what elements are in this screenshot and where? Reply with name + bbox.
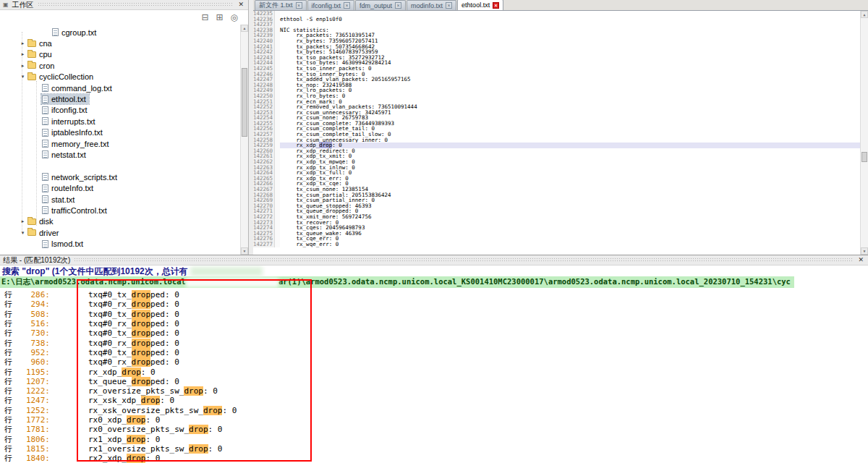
tree-file-netstat-txt[interactable]: netstat.txt: [0, 149, 240, 160]
editor-line[interactable]: 142275 tx_queue_wake: 46396: [253, 231, 860, 237]
result-row[interactable]: 行1781:rx0_oversize_pkts_sw_drop: 0: [0, 425, 868, 434]
tree-file-memory_free-txt[interactable]: memory_free.txt: [0, 138, 240, 149]
chevron-right-icon[interactable]: ▸: [19, 218, 27, 224]
tree-folder-driver[interactable]: ▾driver: [0, 227, 240, 238]
tree-item[interactable]: cpu: [27, 49, 55, 59]
editor-scrollbar[interactable]: ▲ ▼: [860, 11, 868, 255]
tree-folder-cycliccollection[interactable]: ▾cyclicCollection: [0, 72, 240, 82]
tree-item[interactable]: routeInfo.txt: [41, 183, 96, 193]
editor-line[interactable]: 142277 rx_wqe_err: 0: [253, 242, 860, 247]
result-row[interactable]: 行738:txq#0_rx_dropped: 0: [0, 338, 868, 347]
workspace-drag-handle[interactable]: [38, 2, 234, 7]
tab-fdm_output[interactable]: fdm_output×: [355, 0, 406, 10]
result-row[interactable]: 行1247:rx_xsk_xdp_drop: 0: [0, 396, 868, 405]
chevron-down-icon[interactable]: ▾: [19, 74, 27, 80]
result-row[interactable]: 行294:txq#0_rx_dropped: 0: [0, 300, 868, 309]
results-drag-handle[interactable]: [74, 258, 853, 263]
tree-file-lsmod-txt[interactable]: lsmod.txt: [0, 238, 240, 249]
tab-close-icon[interactable]: ×: [493, 2, 499, 9]
tree-folder-cpu[interactable]: ▸cpu: [0, 49, 240, 60]
tree-file-command_log-txt[interactable]: command_log.txt: [0, 82, 240, 93]
tree-item[interactable]: driver: [27, 228, 62, 238]
expand-all-icon[interactable]: ⊞: [216, 13, 223, 22]
result-row[interactable]: 行1252:rx_xsk_oversize_pkts_sw_drop: 0: [0, 406, 868, 415]
result-row[interactable]: 行1222:rx_oversize_pkts_sw_drop: 0: [0, 386, 868, 396]
tree-file-cgroup-txt[interactable]: cgroup.txt: [0, 27, 240, 38]
result-row[interactable]: 行1195:rx_xdp_drop: 0: [0, 367, 868, 376]
tree-item[interactable]: netstat.txt: [41, 150, 89, 160]
scroll-down-icon[interactable]: ▼: [241, 247, 248, 255]
tree-item[interactable]: lsmod.txt: [41, 239, 86, 249]
editor-line[interactable]: 142250 rx_lro_bytes: 0: [253, 93, 860, 99]
tree-folder-disk[interactable]: ▸disk: [0, 216, 240, 227]
tree-folder-cron[interactable]: ▸cron: [0, 60, 240, 71]
tree-item[interactable]: cgroup.txt: [51, 27, 99, 38]
tree-item[interactable]: ifconfig.txt: [41, 105, 90, 115]
chevron-right-icon[interactable]: ▸: [19, 51, 27, 57]
tree-file-stat-txt[interactable]: stat.txt: [0, 194, 240, 205]
tab-ifconfig-txt[interactable]: ifconfig.txt×: [307, 0, 355, 10]
tree-item[interactable]: cna: [27, 38, 55, 48]
result-row[interactable]: 行952:txq#0_tx_dropped: 0: [0, 348, 868, 357]
results-close-button[interactable]: ✕: [856, 257, 865, 263]
tree-file-ifconfig-txt[interactable]: ifconfig.txt: [0, 105, 240, 116]
result-file-path-row[interactable]: E:\日志\armod0523.odata.ncmp.unicom.locala…: [0, 276, 868, 288]
tree-file-network_scripts-txt[interactable]: network_scripts.txt: [0, 171, 240, 182]
tree-file-ethtool-txt[interactable]: ethtool.txt: [0, 93, 240, 104]
result-row[interactable]: 行1815:rx1_oversize_pkts_sw_drop: 0: [0, 444, 868, 454]
result-row[interactable]: 行1840:rx2_xdp_drop: 0: [0, 454, 868, 463]
editor-line[interactable]: 142258 rx_csum_unnecessary_inner: 0: [253, 137, 860, 143]
chevron-right-icon[interactable]: ▸: [19, 63, 27, 69]
result-row[interactable]: 行516:txq#0_rx_dropped: 0: [0, 319, 868, 328]
result-row[interactable]: 行508:txq#0_tx_dropped: 0: [0, 310, 868, 319]
result-file-path[interactable]: E:\日志\armod0523.odata.ncmp.unicom.locala…: [0, 276, 794, 288]
editor[interactable]: 142235142236ethtool -S enp1s0f0142237142…: [253, 11, 868, 255]
tree-file-interrupts-txt[interactable]: interrupts.txt: [0, 116, 240, 127]
editor-code[interactable]: 142235142236ethtool -S enp1s0f0142237142…: [253, 11, 860, 255]
tree-item[interactable]: network_scripts.txt: [41, 172, 120, 182]
search-summary[interactable]: 搜索 "drop" (1个文件中匹配到10192次，总计有: [0, 266, 868, 276]
tree-item[interactable]: interrupts.txt: [41, 116, 98, 127]
result-row[interactable]: 行1772:rx0_xdp_drop: 0: [0, 415, 868, 425]
workspace-close-button[interactable]: ✕: [237, 1, 245, 8]
tree-file-iptablesinfo-txt[interactable]: iptablesInfo.txt: [0, 127, 240, 138]
tree-scrollbar-thumb[interactable]: [242, 68, 247, 137]
tab-新文件-1-txt[interactable]: 新文件 1.txt×: [255, 0, 307, 10]
result-row[interactable]: 行960:txq#0_rx_dropped: 0: [0, 357, 868, 367]
editor-line[interactable]: 142272 tx_xmit_more: 569724756: [253, 214, 860, 220]
result-row[interactable]: 行1806:rx1_xdp_drop: 0: [0, 434, 868, 443]
result-row[interactable]: 行730:txq#0_tx_dropped: 0: [0, 328, 868, 338]
scroll-up-icon[interactable]: ▲: [241, 25, 248, 32]
tree-item[interactable]: memory_free.txt: [41, 139, 111, 149]
editor-line[interactable]: 142236ethtool -S enp1s0f0: [253, 17, 860, 22]
workspace-tree-scrollbar[interactable]: ▲ ▼: [240, 25, 248, 255]
chevron-right-icon[interactable]: ▸: [19, 41, 27, 46]
locate-file-icon[interactable]: ◎: [231, 13, 238, 22]
tab-close-icon[interactable]: ×: [344, 2, 350, 9]
tree-item[interactable]: trafficControl.txt: [41, 205, 110, 216]
scroll-up-icon[interactable]: ▲: [861, 11, 868, 18]
tab-close-icon[interactable]: ×: [296, 2, 302, 9]
tab-close-icon[interactable]: ×: [395, 2, 401, 9]
tree-file-trafficcontrol-txt[interactable]: trafficControl.txt: [0, 205, 240, 216]
tree-item[interactable]: command_log.txt: [41, 83, 115, 93]
tab-modinfo-txt[interactable]: modinfo.txt×: [407, 0, 456, 10]
scroll-down-icon[interactable]: ▼: [861, 247, 868, 255]
chevron-down-icon[interactable]: ▾: [19, 230, 27, 236]
tab-ethtool-txt[interactable]: ethtool.txt×: [457, 0, 503, 10]
tab-close-icon[interactable]: ×: [446, 2, 452, 9]
result-row[interactable]: 行1207:tx_queue_dropped: 0: [0, 377, 868, 386]
tree-file-routeinfo-txt[interactable]: routeInfo.txt: [0, 182, 240, 193]
tree-item[interactable]: cyclicCollection: [27, 72, 96, 82]
tree-item[interactable]: disk: [27, 216, 56, 226]
collapse-all-icon[interactable]: ⊟: [201, 13, 208, 22]
editor-line[interactable]: 142276 tx_cqe_err: 0: [253, 236, 860, 242]
tree-folder-cna[interactable]: ▸cna: [0, 38, 240, 48]
tree-item[interactable]: ethtool.txt: [41, 94, 89, 104]
editor-scrollbar-thumb[interactable]: [861, 152, 867, 162]
result-row[interactable]: 行286:txq#0_tx_dropped: 0: [0, 290, 868, 300]
tree-item[interactable]: iptablesInfo.txt: [41, 127, 106, 137]
tree-item[interactable]: stat.txt: [41, 195, 77, 205]
editor-line[interactable]: 142235: [253, 11, 860, 17]
tree-item[interactable]: cron: [27, 61, 57, 71]
